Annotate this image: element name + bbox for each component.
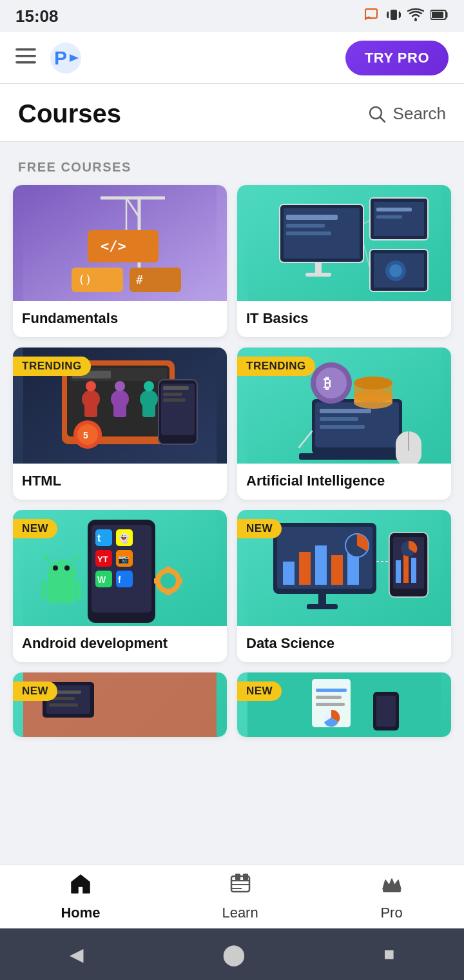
- svg-text:YT: YT: [97, 554, 108, 564]
- svg-point-101: [64, 565, 70, 571]
- nav-item-home[interactable]: Home: [41, 866, 119, 928]
- android-recents-button[interactable]: ■: [371, 937, 408, 971]
- cast-icon: [365, 7, 380, 26]
- svg-line-13: [380, 117, 385, 122]
- svg-rect-116: [283, 562, 295, 585]
- course-image-partial1: NEW: [13, 672, 227, 737]
- search-button[interactable]: Search: [367, 104, 446, 124]
- svg-rect-7: [15, 55, 36, 57]
- course-image-fundamentals: </> () #: [13, 185, 227, 301]
- svg-rect-31: [315, 262, 322, 274]
- svg-point-40: [389, 264, 402, 277]
- course-name-fundamentals: Fundamentals: [13, 301, 227, 337]
- svg-rect-136: [49, 703, 78, 707]
- course-card-android[interactable]: NEW t 👻: [13, 510, 227, 662]
- android-home-button[interactable]: ⬤: [209, 936, 258, 973]
- svg-point-52: [115, 381, 125, 391]
- bottom-nav: Home Learn Pro: [0, 864, 464, 928]
- svg-point-100: [53, 565, 58, 571]
- nav-item-pro[interactable]: Pro: [361, 866, 423, 928]
- svg-rect-6: [15, 48, 36, 51]
- svg-rect-118: [315, 545, 327, 585]
- svg-rect-34: [374, 202, 424, 236]
- android-nav-bar: ◀ ⬤ ■: [0, 928, 464, 980]
- search-icon: [367, 104, 387, 124]
- svg-rect-71: [320, 425, 365, 429]
- page-title: Courses: [18, 99, 121, 128]
- svg-point-3: [414, 19, 417, 21]
- course-card-html[interactable]: TRENDING: [13, 348, 227, 500]
- course-image-partial2: NEW: [237, 672, 451, 737]
- svg-rect-30: [286, 231, 331, 235]
- status-bar: 15:08: [0, 0, 464, 32]
- svg-text:5: 5: [83, 430, 88, 440]
- svg-rect-150: [243, 874, 248, 880]
- course-image-ai: TRENDING: [237, 348, 451, 464]
- svg-rect-104: [48, 580, 75, 603]
- nav-label-pro: Pro: [380, 905, 402, 921]
- course-card-partial1[interactable]: NEW: [13, 672, 227, 737]
- svg-rect-126: [396, 560, 401, 583]
- vibrate-icon: [387, 7, 401, 26]
- svg-text:₿: ₿: [324, 375, 331, 391]
- try-pro-button[interactable]: TRY PRO: [345, 41, 449, 75]
- svg-rect-99: [49, 562, 73, 580]
- course-image-datascience: NEW: [237, 510, 451, 626]
- svg-rect-141: [316, 703, 345, 706]
- search-label: Search: [393, 104, 446, 124]
- svg-rect-5: [432, 12, 443, 18]
- nav-left: P: [15, 41, 82, 75]
- nav-label-learn: Learn: [222, 905, 258, 921]
- battery-icon: [430, 9, 449, 24]
- home-icon: [69, 872, 92, 901]
- course-image-android: NEW t 👻: [13, 510, 227, 626]
- hamburger-icon[interactable]: [15, 48, 36, 68]
- svg-text:</>: </>: [101, 238, 126, 254]
- svg-rect-50: [84, 403, 97, 417]
- badge-partial2: NEW: [237, 681, 282, 701]
- course-card-it-basics[interactable]: IT Basics: [237, 185, 451, 337]
- svg-text:#: #: [136, 273, 143, 286]
- svg-text:W: W: [97, 574, 106, 585]
- android-back-button[interactable]: ◀: [57, 937, 97, 972]
- course-name-android: Android development: [13, 626, 227, 662]
- svg-rect-128: [411, 558, 416, 583]
- svg-rect-2: [391, 10, 397, 20]
- top-nav: P TRY PRO: [0, 32, 464, 84]
- svg-rect-111: [177, 578, 182, 583]
- app-logo: P: [49, 41, 82, 75]
- course-card-ai[interactable]: TRENDING: [237, 348, 451, 500]
- svg-rect-122: [318, 594, 326, 605]
- svg-text:📷: 📷: [118, 554, 130, 565]
- svg-rect-70: [320, 417, 358, 421]
- course-card-partial2[interactable]: NEW: [237, 672, 451, 737]
- wifi-icon: [407, 8, 424, 25]
- status-time: 15:08: [15, 6, 59, 26]
- svg-rect-117: [299, 552, 311, 585]
- courses-grid: </> () # Fundamentals: [0, 185, 464, 737]
- svg-rect-59: [163, 386, 189, 390]
- page-header: Courses Search: [0, 84, 464, 142]
- svg-text:👻: 👻: [118, 533, 130, 544]
- svg-rect-35: [376, 208, 412, 211]
- svg-rect-36: [376, 215, 402, 219]
- learn-icon: [229, 872, 252, 901]
- course-card-fundamentals[interactable]: </> () # Fundamentals: [13, 185, 227, 337]
- svg-rect-58: [161, 384, 195, 435]
- svg-rect-110: [166, 590, 171, 595]
- svg-rect-149: [235, 874, 240, 880]
- course-name-it-basics: IT Basics: [237, 301, 451, 337]
- pro-icon: [380, 872, 403, 901]
- svg-rect-61: [163, 398, 186, 402]
- nav-item-learn[interactable]: Learn: [202, 866, 277, 928]
- svg-point-49: [86, 381, 96, 391]
- svg-rect-60: [163, 393, 182, 396]
- svg-rect-0: [365, 9, 377, 18]
- course-image-it-basics: [237, 185, 451, 301]
- svg-rect-29: [286, 224, 325, 228]
- svg-rect-8: [15, 61, 36, 64]
- svg-rect-119: [331, 555, 343, 585]
- svg-rect-139: [316, 689, 347, 692]
- course-card-datascience[interactable]: NEW: [237, 510, 451, 662]
- svg-text:f: f: [118, 574, 121, 585]
